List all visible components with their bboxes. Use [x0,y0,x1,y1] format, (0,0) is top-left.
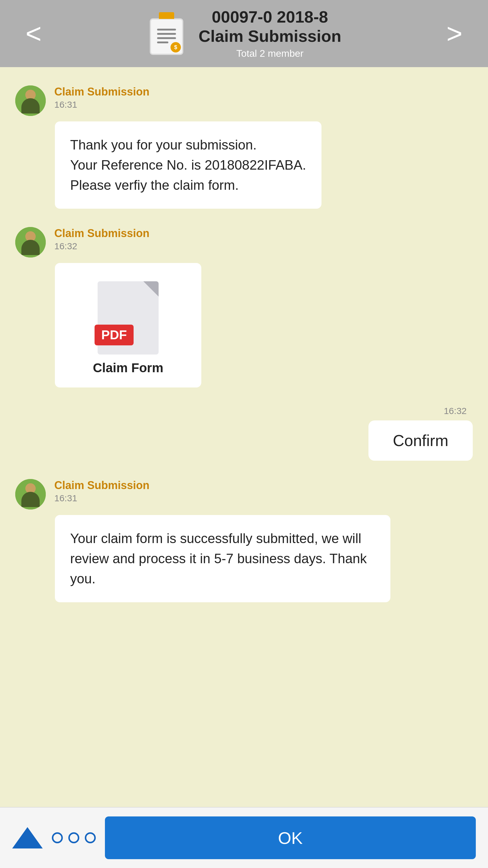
bubble-text-1: Thank you for your submission. Your Refe… [70,137,306,192]
message-group-3: 16:32 Confirm [15,406,473,461]
header: < $ 00097-0 2018-8 Claim Submission Tota… [0,0,488,67]
pdf-badge: PDF [95,324,134,345]
header-center: $ 00097-0 2018-8 Claim Submission Total … [147,8,341,59]
sender-info-2: Claim Submission 16:32 [54,227,150,251]
chat-area: Claim Submission 16:31 Thank you for you… [0,67,488,807]
bubble-text-4: Your claim form is successfully submitte… [70,531,367,586]
msg-header-4: Claim Submission 16:31 [15,479,150,509]
message-group-1: Claim Submission 16:31 Thank you for you… [15,86,473,209]
message-group-4: Claim Submission 16:31 Your claim form i… [15,479,473,602]
avatar-2 [15,227,46,257]
header-title-block: 00097-0 2018-8 Claim Submission Total 2 … [199,8,341,59]
confirm-bubble[interactable]: Confirm [368,421,473,461]
msg-right-time: 16:32 [444,406,467,416]
clipboard-icon: $ [147,12,186,55]
avatar-1 [15,86,46,116]
bottom-bar: OK [0,807,488,868]
ok-button[interactable]: OK [105,816,476,859]
sender-info-4: Claim Submission 16:31 [54,479,150,503]
header-total: Total 2 member [199,48,341,59]
msg-header-1: Claim Submission 16:31 [15,86,150,116]
msg-header-2: Claim Submission 16:32 [15,227,150,257]
msg-time-2: 16:32 [54,241,150,251]
pdf-filename: Claim Form [93,361,163,375]
back-button[interactable]: < [18,20,49,47]
bubble-4: Your claim form is successfully submitte… [55,515,390,602]
dot-1 [52,832,63,843]
msg-time-4: 16:31 [54,493,150,503]
sender-info-1: Claim Submission 16:31 [54,86,150,110]
sender-name-2: Claim Submission [54,227,150,240]
header-subtitle: Claim Submission [199,26,341,46]
forward-button[interactable]: > [439,20,470,47]
upload-button[interactable] [12,827,43,848]
dots-menu[interactable] [52,832,96,843]
pdf-icon: PDF [95,275,162,354]
dot-3 [85,832,96,843]
sender-name-1: Claim Submission [54,86,150,98]
pdf-attachment[interactable]: PDF Claim Form [55,263,201,388]
msg-time-1: 16:31 [54,99,150,110]
header-id: 00097-0 2018-8 [199,8,341,26]
message-group-2: Claim Submission 16:32 PDF Claim Form [15,227,473,388]
bubble-1: Thank you for your submission. Your Refe… [55,121,322,209]
sender-name-4: Claim Submission [54,479,150,492]
dot-2 [68,832,79,843]
avatar-4 [15,479,46,509]
